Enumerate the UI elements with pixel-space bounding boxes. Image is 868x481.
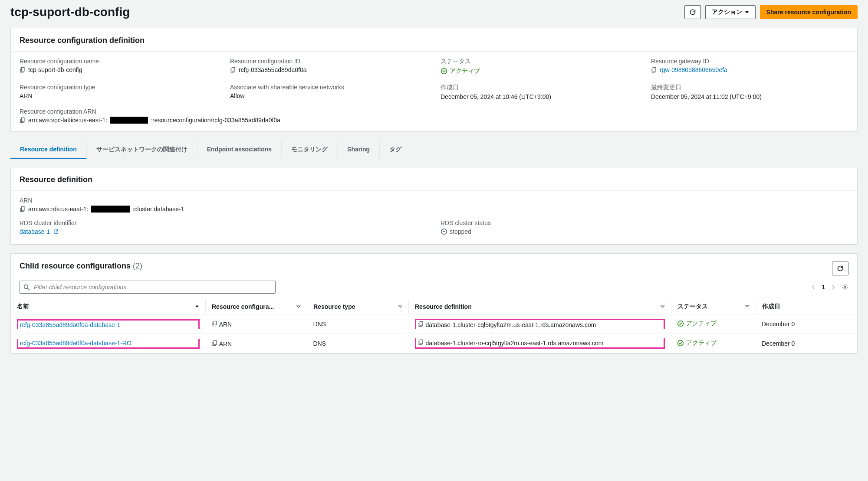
cluster-status-value: stopped <box>450 228 471 235</box>
child-table: 名前 Resource configura... Resource type R… <box>11 299 857 353</box>
child-panel-title: Child resource configurations (2) <box>20 262 142 271</box>
status-value: アクティブ <box>450 67 480 75</box>
child-created-value: December 0 <box>756 334 857 353</box>
cluster-status-label: RDS cluster status <box>441 219 848 226</box>
col-rdef[interactable]: Resource definition <box>415 303 472 310</box>
child-count: (2) <box>133 262 142 270</box>
table-row: rcfg-033a855ad89da0f0a-database-1 ARNDNS… <box>11 314 857 334</box>
child-status-value: アクティブ <box>686 320 717 327</box>
tab-resource-definition[interactable]: Resource definition <box>10 141 87 159</box>
resource-def-title: Resource definition <box>20 175 848 184</box>
rc-name-label: Resource configuration name <box>20 58 217 65</box>
tab-sharing[interactable]: Sharing <box>338 141 380 159</box>
caret-down-icon <box>745 10 749 14</box>
rc-type-label: Resource configuration type <box>20 84 217 91</box>
child-rc-value: ARN <box>219 321 232 328</box>
child-rc-value: ARN <box>219 340 232 347</box>
check-circle-icon <box>677 320 684 327</box>
rd-arn-suffix: :cluster:database-1 <box>133 206 184 213</box>
gateway-link[interactable]: rgw-09880d88606650efa <box>660 66 727 73</box>
redacted-account <box>91 206 130 213</box>
page-number: 1 <box>822 284 825 291</box>
rc-arn-prefix: arn:aws:vpc-lattice:us-east-1: <box>28 117 107 124</box>
minus-circle-icon <box>441 228 447 235</box>
tab-monitoring[interactable]: モニタリング <box>282 141 338 159</box>
child-title-text: Child resource configurations <box>20 262 131 270</box>
actions-label: アクション <box>712 8 742 16</box>
assoc-value: Allow <box>230 92 427 99</box>
rd-arn-label: ARN <box>20 197 848 204</box>
external-link-icon <box>53 229 59 234</box>
copy-icon[interactable] <box>230 67 236 73</box>
tabs: Resource definition サービスネットワークの関連付け Endp… <box>10 141 858 159</box>
refresh-icon <box>837 265 844 272</box>
prev-page-icon[interactable] <box>811 284 815 291</box>
copy-icon[interactable] <box>20 206 26 212</box>
col-name[interactable]: 名前 <box>17 303 29 310</box>
cluster-id-link[interactable]: database-1 <box>20 228 50 235</box>
gateway-label: Resource gateway ID <box>651 58 848 65</box>
tri-down-icon <box>745 304 750 308</box>
child-created-value: December 0 <box>756 314 857 334</box>
copy-icon[interactable] <box>651 67 657 73</box>
tri-down-icon <box>661 304 665 309</box>
table-row: rcfg-033a855ad89da0f0a-database-1-RO ARN… <box>11 334 857 353</box>
tri-down-icon <box>398 304 402 309</box>
child-rtype-value: DNS <box>307 334 409 353</box>
definition-panel: Resource configuration definition Resour… <box>10 28 858 132</box>
resource-def-panel: Resource definition ARN arn:aws:rds:us-e… <box>10 167 858 245</box>
status-label: ステータス <box>441 58 638 65</box>
share-button[interactable]: Share resource configuration <box>760 5 858 19</box>
sort-up-icon <box>195 304 199 308</box>
copy-icon[interactable] <box>20 117 26 123</box>
modified-label: 最終変更日 <box>651 84 848 92</box>
rd-arn-prefix: arn:aws:rds:us-east-1: <box>28 206 89 213</box>
redacted-account <box>110 117 148 124</box>
gear-icon[interactable] <box>842 284 848 291</box>
col-rtype[interactable]: Resource type <box>313 303 355 310</box>
child-name-link[interactable]: rcfg-033a855ad89da0f0a-database-1 <box>20 321 120 328</box>
search-icon <box>23 284 30 291</box>
child-refresh-button[interactable] <box>832 262 848 275</box>
child-panel: Child resource configurations (2) 1 名前 R… <box>10 253 858 353</box>
child-name-link[interactable]: rcfg-033a855ad89da0f0a-database-1-RO <box>20 340 132 347</box>
copy-icon[interactable] <box>20 67 26 73</box>
rc-type-value: ARN <box>20 92 217 99</box>
col-rc[interactable]: Resource configura... <box>212 303 274 310</box>
rc-id-value: rcfg-033a855ad89da0f0a <box>239 66 306 73</box>
child-rdef-value: database-1.cluster-ro-cql5tgylta2m.us-ea… <box>425 340 603 347</box>
child-rdef-value: database-1.cluster-cql5tgylta2m.us-east-… <box>425 321 596 328</box>
assoc-label: Associate with shareable service network… <box>230 84 427 91</box>
col-status[interactable]: ステータス <box>677 303 708 310</box>
child-filter-input[interactable] <box>20 281 276 294</box>
col-created[interactable]: 作成日 <box>762 303 780 310</box>
tab-service-network[interactable]: サービスネットワークの関連付け <box>87 141 197 159</box>
next-page-icon[interactable] <box>831 284 835 291</box>
check-circle-icon <box>677 340 684 347</box>
rc-arn-label: Resource configuration ARN <box>20 108 848 115</box>
copy-icon[interactable] <box>418 321 424 327</box>
modified-value: December 05, 2024 at 11:02 (UTC+9:00) <box>651 93 848 100</box>
refresh-button[interactable] <box>684 5 701 19</box>
rc-arn-suffix: :resourceconfiguration/rcfg-033a855ad89d… <box>151 117 280 124</box>
cluster-id-label: RDS cluster identifier <box>20 219 427 226</box>
rc-id-label: Resource configuration ID <box>230 58 427 65</box>
refresh-icon <box>689 9 696 16</box>
page-title: tcp-suport-db-config <box>10 5 130 19</box>
actions-dropdown[interactable]: アクション <box>705 5 756 19</box>
child-rtype-value: DNS <box>307 314 409 334</box>
created-value: December 05, 2024 at 10:46 (UTC+9:00) <box>441 93 638 100</box>
copy-icon[interactable] <box>212 340 218 346</box>
copy-icon[interactable] <box>418 339 424 345</box>
copy-icon[interactable] <box>212 321 218 327</box>
check-circle-icon <box>441 68 447 75</box>
tab-endpoint-associations[interactable]: Endpoint associations <box>197 141 282 159</box>
tab-tags[interactable]: タグ <box>380 141 411 159</box>
tri-down-icon <box>296 304 301 309</box>
created-label: 作成日 <box>441 84 638 92</box>
definition-panel-title: Resource configuration definition <box>20 36 848 45</box>
child-status-value: アクティブ <box>686 339 717 347</box>
rc-name-value: tcp-suport-db-config <box>28 66 82 73</box>
